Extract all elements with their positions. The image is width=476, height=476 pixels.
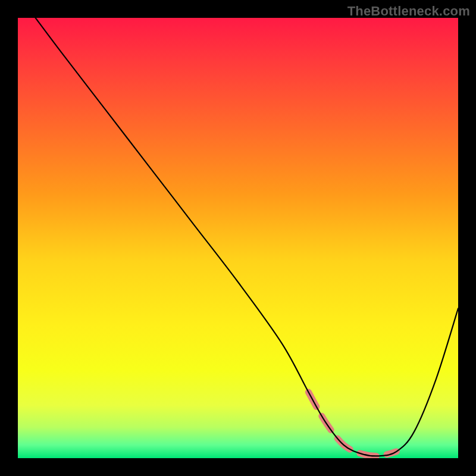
curve-layer <box>18 18 458 458</box>
chart-frame: TheBottleneck.com <box>0 0 476 476</box>
watermark-text: TheBottleneck.com <box>347 4 470 19</box>
valley-highlight-dash <box>308 392 396 456</box>
bottleneck-curve <box>36 18 458 456</box>
plot-area <box>18 18 458 458</box>
